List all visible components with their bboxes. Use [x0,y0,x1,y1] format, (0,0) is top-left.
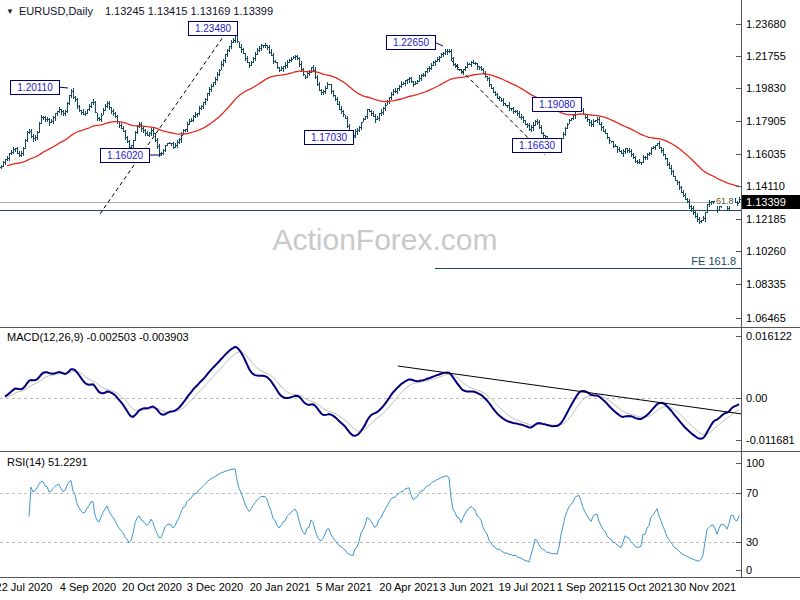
y-axis-label: -0.011681 [746,434,795,446]
x-axis-label: 20 Apr 2021 [379,581,438,593]
rsi-indicator-label: RSI(14) 51.2291 [7,456,88,468]
y-axis-label: 0.00 [746,392,767,404]
y-axis-label: 1.16035 [746,148,786,160]
y-axis-label: 100 [746,457,764,469]
symbol-timeframe-label: EURUSD,Daily [19,5,93,17]
x-axis-label: 5 Mar 2021 [316,581,372,593]
x-axis-label: 20 Oct 2020 [122,581,182,593]
fibonacci-extension-label: FE 161.8 [664,255,736,267]
x-axis-label: 3 Jun 2021 [440,581,494,593]
symbol-dropdown-icon[interactable]: ▼ [6,7,14,16]
x-axis-label: 15 Oct 2021 [613,581,673,593]
y-axis-label: 1.23680 [746,18,786,30]
y-axis-label: 0 [746,564,752,576]
chart-header: ▼EURUSD,Daily1.13245 1.13415 1.13169 1.1… [6,5,273,17]
y-axis-label: 0.016122 [746,330,792,342]
x-axis-label: 4 Sep 2020 [60,581,116,593]
macd-indicator-label: MACD(12,26,9) -0.002503 -0.003903 [7,331,189,343]
y-axis-label: 70 [746,487,758,499]
chart-window: ▼EURUSD,Daily1.13245 1.13415 1.13169 1.1… [0,0,800,600]
y-axis-label: 1.10260 [746,245,786,257]
retracement-level-label: 61.8 [715,196,735,206]
price-flag: 1.23480 [188,21,238,36]
price-flag: 1.22650 [386,35,436,50]
y-axis-label: 1.17905 [746,115,786,127]
price-flag: 1.17030 [304,130,354,145]
x-axis-label: 1 Sep 2021 [557,581,613,593]
y-axis-label: 1.06465 [746,312,786,324]
y-axis-label: 1.14110 [746,180,785,192]
y-axis-label: 1.19830 [746,82,786,94]
x-axis-label: 3 Dec 2020 [187,581,243,593]
price-flag: 1.16020 [100,148,150,163]
x-axis-label: 30 Nov 2021 [674,581,736,593]
current-price-tag: 1.13399 [742,195,800,209]
chart-canvas [0,0,800,600]
x-axis-label: 22 Jul 2020 [0,581,52,593]
price-flag: 1.20110 [10,80,60,95]
price-flag: 1.19080 [532,97,582,112]
ohlc-values: 1.13245 1.13415 1.13169 1.13399 [105,5,273,17]
y-axis-label: 1.12185 [746,213,786,225]
x-axis-label: 19 Jul 2021 [499,581,556,593]
y-axis-label: 1.21755 [746,50,786,62]
price-flag: 1.16630 [512,138,562,153]
x-axis-label: 20 Jan 2021 [250,581,311,593]
watermark: ActionForex.com [272,223,497,257]
y-axis-label: 1.08335 [746,278,786,290]
y-axis-label: 30 [746,536,758,548]
